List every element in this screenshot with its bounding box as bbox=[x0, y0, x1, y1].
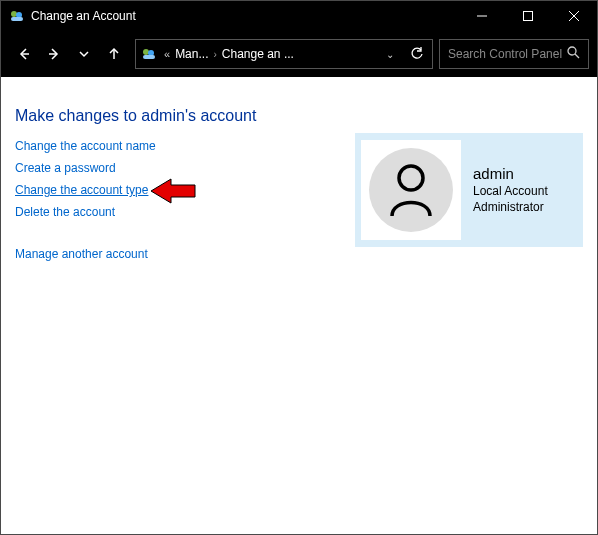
link-create-password[interactable]: Create a password bbox=[15, 161, 116, 175]
link-delete-account[interactable]: Delete the account bbox=[15, 205, 115, 219]
avatar bbox=[361, 140, 461, 240]
account-type: Local Account bbox=[473, 184, 548, 200]
svg-rect-4 bbox=[524, 12, 533, 21]
search-icon bbox=[567, 46, 580, 62]
up-button[interactable] bbox=[99, 39, 129, 69]
svg-point-13 bbox=[568, 47, 576, 55]
address-overflow-icon[interactable]: « bbox=[162, 48, 172, 60]
link-change-account-type[interactable]: Change the account type bbox=[15, 183, 148, 197]
minimize-button[interactable] bbox=[459, 1, 505, 31]
back-button[interactable] bbox=[9, 39, 39, 69]
forward-button[interactable] bbox=[39, 39, 69, 69]
svg-point-10 bbox=[143, 49, 149, 55]
app-icon bbox=[9, 8, 25, 24]
breadcrumb-separator-icon: › bbox=[211, 49, 218, 60]
close-button[interactable] bbox=[551, 1, 597, 31]
link-change-account-name[interactable]: Change the account name bbox=[15, 139, 156, 153]
address-icon bbox=[136, 46, 162, 62]
refresh-button[interactable] bbox=[402, 47, 432, 61]
svg-rect-12 bbox=[143, 55, 155, 59]
search-input[interactable]: Search Control Panel bbox=[439, 39, 589, 69]
address-dropdown-icon[interactable]: ⌄ bbox=[378, 49, 402, 60]
breadcrumb-seg-1[interactable]: Man... bbox=[172, 47, 211, 61]
account-role: Administrator bbox=[473, 200, 548, 216]
svg-line-14 bbox=[575, 54, 579, 58]
link-manage-another-account[interactable]: Manage another account bbox=[15, 247, 148, 261]
search-placeholder: Search Control Panel bbox=[448, 47, 563, 61]
svg-rect-2 bbox=[11, 17, 23, 21]
content-area: Make changes to admin's account Change t… bbox=[1, 77, 597, 534]
breadcrumb-seg-2[interactable]: Change an ... bbox=[219, 47, 297, 61]
page-heading: Make changes to admin's account bbox=[15, 107, 583, 125]
maximize-button[interactable] bbox=[505, 1, 551, 31]
recent-locations-button[interactable] bbox=[69, 39, 99, 69]
svg-point-0 bbox=[11, 11, 17, 17]
address-bar[interactable]: « Man... › Change an ... ⌄ bbox=[135, 39, 433, 69]
account-name: admin bbox=[473, 165, 548, 182]
account-card: admin Local Account Administrator bbox=[355, 133, 583, 247]
svg-point-16 bbox=[399, 166, 423, 190]
window-title: Change an Account bbox=[31, 9, 459, 23]
nav-bar: « Man... › Change an ... ⌄ Search Contro… bbox=[1, 31, 597, 77]
title-bar: Change an Account bbox=[1, 1, 597, 31]
person-icon bbox=[369, 148, 453, 232]
